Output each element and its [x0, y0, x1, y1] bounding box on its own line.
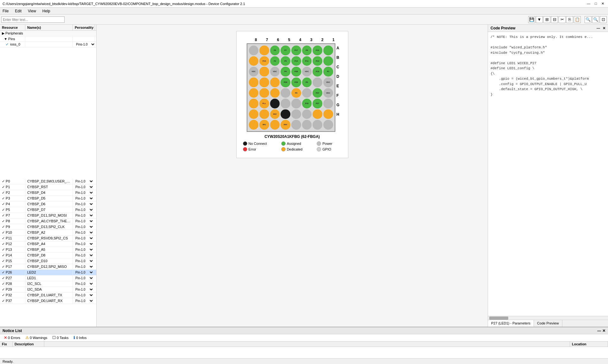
personality-select[interactable]: Pin-1.0 [74, 231, 94, 235]
chip-pin-cell[interactable] [249, 120, 259, 130]
toolbar-paste-btn[interactable]: 📋 [574, 16, 581, 23]
chip-pin-cell[interactable] [270, 77, 280, 87]
chip-pin-cell[interactable]: VDC [270, 67, 280, 77]
toolbar-expand-btn[interactable]: ⊞ [543, 16, 550, 23]
chip-pin-cell[interactable] [302, 88, 312, 98]
chip-pin-cell[interactable]: P37 [313, 88, 322, 98]
code-preview-close-btn[interactable]: ✕ [603, 26, 605, 30]
notice-minimize-btn[interactable]: — [597, 329, 601, 333]
table-row[interactable]: ✓ P17CYBSP_D12,SPI2_MISOPin-1.0 [0, 264, 96, 270]
notice-filter-btn[interactable]: ⚠0 Warnings [24, 335, 48, 340]
personality-select[interactable]: Pin-1.0 [74, 208, 94, 212]
chip-pin-cell[interactable] [270, 120, 280, 130]
personality-select[interactable]: Pin-1.0 [74, 270, 94, 275]
chip-pin-cell[interactable]: P0 [302, 77, 312, 87]
toolbar-cut-btn[interactable]: ✂ [559, 16, 566, 23]
table-row[interactable]: ✓ P27LED1Pin-1.0 [0, 275, 96, 281]
chip-pin-cell[interactable] [259, 77, 269, 87]
personality-select[interactable]: Pin-1.0 [74, 191, 94, 195]
chip-pin-cell[interactable] [313, 120, 322, 130]
chip-pin-cell[interactable] [302, 109, 312, 119]
personality-select[interactable]: Pin-1.0 [74, 242, 94, 246]
pins-group-label[interactable]: ▼ Pins [0, 36, 25, 41]
chip-pin-cell[interactable]: P1 [323, 67, 333, 77]
personality-select[interactable]: Pin-1.0 [74, 253, 94, 257]
personality-select[interactable]: Pin-1.0 [74, 282, 94, 286]
chip-pin-cell[interactable] [323, 109, 333, 119]
chip-pin-cell[interactable]: P32 [302, 99, 312, 108]
code-tab[interactable]: P27 (LED1) - Parameters [488, 320, 534, 327]
chip-pin-cell[interactable]: P28 [291, 67, 301, 77]
filter-input[interactable] [1, 16, 65, 23]
chip-pin-cell[interactable] [323, 99, 333, 108]
table-row[interactable]: ✓ P0CYBSP_D2,SW3,USER_BUTTON1Pin-1.0 [0, 179, 96, 184]
chip-pin-cell[interactable]: P29 [291, 77, 301, 87]
minimize-button[interactable]: — [586, 2, 592, 6]
table-row[interactable]: ✓ P3CYBSP_D5Pin-1.0 [0, 196, 96, 201]
chip-pin-cell[interactable]: PAY [270, 109, 280, 119]
table-row[interactable]: ✓ P14CYBSP_D8Pin-1.0 [0, 253, 96, 258]
notice-filter-btn[interactable]: ✕0 Errors [3, 335, 22, 340]
chip-pin-cell[interactable]: P9 [302, 46, 312, 55]
ioss-personality-select[interactable]: Pins-1.0 [75, 42, 95, 46]
menu-help[interactable]: Help [41, 9, 52, 13]
chip-pin-cell[interactable] [281, 109, 290, 119]
chip-pin-cell[interactable]: P5 [281, 56, 290, 66]
toolbar-fit-btn[interactable]: ⊡ [600, 16, 607, 23]
personality-select[interactable]: Pin-1.0 [74, 293, 94, 297]
chip-pin-cell[interactable] [291, 99, 301, 108]
toolbar-copy-btn[interactable]: ⎘ [566, 16, 573, 23]
table-row[interactable]: ✓ P32CYBSP_D1,UART_TXPin-1.0 [0, 293, 96, 298]
chip-pin-cell[interactable]: P7 [281, 46, 290, 55]
chip-pin-cell[interactable]: PAY [281, 120, 290, 130]
chip-pin-cell[interactable] [291, 120, 301, 130]
chip-pin-cell[interactable] [291, 109, 301, 119]
chip-pin-cell[interactable] [302, 120, 312, 130]
chip-pin-cell[interactable] [323, 46, 333, 55]
chip-pin-cell[interactable]: PLL [259, 99, 269, 108]
close-button[interactable]: ✕ [600, 2, 605, 6]
code-tab[interactable]: Code Preview [534, 320, 562, 327]
ioss-row[interactable]: ✓ ioss_0 Pins-1.0 [0, 42, 96, 47]
personality-select[interactable]: Pin-1.0 [74, 219, 94, 223]
code-preview-minimize-btn[interactable]: — [597, 26, 600, 30]
personality-select[interactable]: Pin-1.0 [74, 236, 94, 240]
chip-pin-cell[interactable] [249, 77, 259, 87]
table-row[interactable]: ✓ P9CYBSP_D13,SPI2_CLKPin-1.0 [0, 224, 96, 230]
maximize-button[interactable]: □ [593, 2, 598, 6]
toolbar-filter-btn[interactable]: ▼ [536, 16, 543, 23]
code-scrollbar[interactable] [488, 316, 608, 320]
chip-pin-cell[interactable]: VDC [302, 67, 312, 77]
toolbar-save-btn[interactable]: 💾 [528, 16, 535, 23]
personality-select[interactable]: Pin-1.0 [74, 213, 94, 218]
peripherals-label[interactable]: ▶ Peripherals [0, 31, 25, 36]
chip-pin-cell[interactable] [259, 46, 269, 55]
table-row[interactable]: ✓ P11CYBSP_RSVD9,SPI2_CSPin-1.0 [0, 236, 96, 241]
table-row[interactable]: ✓ P7CYBSP_D11,SPI2_MOSIPin-1.0 [0, 213, 96, 219]
chip-pin-cell[interactable]: P14 [291, 56, 301, 66]
toolbar-collapse-btn[interactable]: ⊟ [551, 16, 558, 23]
chip-pin-cell[interactable] [249, 88, 259, 98]
personality-select[interactable]: Pin-1.0 [74, 202, 94, 206]
table-row[interactable]: ✓ P1CYBSP_RSTPin-1.0 [0, 184, 96, 190]
personality-select[interactable]: Pin-1.0 [74, 259, 94, 263]
table-row[interactable]: ✓ P2CYBSP_D4Pin-1.0 [0, 190, 96, 196]
notice-filter-btn[interactable]: ℹ0 Infos [72, 335, 88, 340]
menu-file[interactable]: File [1, 9, 10, 13]
personality-select[interactable]: Pin-1.0 [74, 196, 94, 201]
chip-pin-cell[interactable]: P26 [281, 77, 290, 87]
chip-pin-cell[interactable]: VDC [323, 77, 333, 87]
chip-pin-cell[interactable]: P6 [270, 46, 280, 55]
personality-select[interactable]: Pin-1.0 [74, 276, 94, 280]
menu-edit[interactable]: Edit [14, 9, 23, 13]
personality-select[interactable]: Pin-1.0 [74, 185, 94, 189]
personality-select[interactable]: Pin-1.0 [74, 287, 94, 292]
notice-close-btn[interactable]: ✕ [602, 329, 605, 333]
table-row[interactable]: ✓ P8CYBSP_A0,CYBSP_THERM_TEMP_SENSEPin-1… [0, 219, 96, 224]
table-row[interactable]: ✓ P15CYBSP_D10Pin-1.0 [0, 258, 96, 264]
chip-pin-cell[interactable]: P13 [313, 56, 322, 66]
chip-pin-cell[interactable]: P2 [270, 56, 280, 66]
personality-select[interactable]: Pin-1.0 [74, 248, 94, 252]
chip-pin-cell[interactable] [259, 88, 269, 98]
notice-filter-btn[interactable]: ☐0 Tasks [51, 335, 70, 340]
